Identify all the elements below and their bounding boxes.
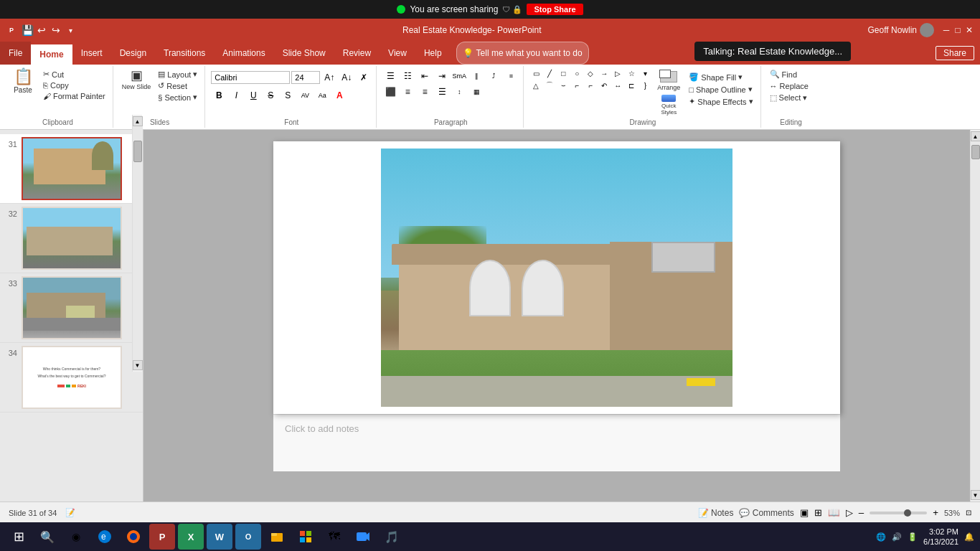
tab-transitions[interactable]: Transitions <box>155 42 214 65</box>
close-button[interactable]: ✕ <box>964 25 974 35</box>
align-text-button[interactable]: ≡ <box>503 69 519 83</box>
columns2-button[interactable]: ▦ <box>468 85 484 99</box>
zoom-taskbar-icon[interactable] <box>350 524 376 550</box>
align-left-button[interactable]: ⬛ <box>382 85 398 99</box>
tab-slideshow[interactable]: Slide Show <box>274 42 334 65</box>
notes-area[interactable]: Click to add notes <box>273 414 840 471</box>
paste-button[interactable]: 📋 Paste <box>7 67 39 104</box>
scroll-down-button[interactable]: ▼ <box>133 360 143 370</box>
main-scrollbar[interactable]: ▲ ▼ <box>970 130 980 501</box>
shape-curve2[interactable]: ⌣ <box>557 80 570 91</box>
increase-indent-button[interactable]: ⇥ <box>434 69 450 83</box>
columns-button[interactable]: ‖ <box>468 69 484 83</box>
share-button[interactable]: Share <box>936 46 974 60</box>
shape-rect[interactable]: ▭ <box>529 67 542 79</box>
notifications-icon[interactable]: 🔔 <box>964 532 974 542</box>
main-scroll-down[interactable]: ▼ <box>971 490 981 500</box>
shape-diamond[interactable]: ◇ <box>584 67 597 79</box>
undo-icon[interactable]: ↩ <box>36 24 47 36</box>
shape-misc1[interactable]: ⊏ <box>625 80 638 91</box>
shape-tri1[interactable]: △ <box>529 80 542 91</box>
presenter-view-button[interactable]: ▷ <box>846 507 853 518</box>
shape-misc2[interactable]: } <box>639 80 651 91</box>
tab-home[interactable]: Home <box>31 43 72 65</box>
quick-styles-button[interactable]: Quick Styles <box>656 93 682 116</box>
edge-icon[interactable]: e <box>92 524 118 550</box>
tab-view[interactable]: View <box>380 42 415 65</box>
text-shadow-button[interactable]: S <box>280 88 296 103</box>
tab-review[interactable]: Review <box>334 42 380 65</box>
store-taskbar-icon[interactable] <box>293 524 319 550</box>
slide-thumbnail-34[interactable]: 34 Who thinks Commercial is for them? Wh… <box>0 343 143 413</box>
font-size-select[interactable]: 24 <box>291 71 320 84</box>
shape-callout[interactable]: ▷ <box>611 67 624 79</box>
shape-curve1[interactable]: ⌒ <box>543 80 556 91</box>
find-button[interactable]: 🔍 Find <box>767 69 811 80</box>
reading-view-button[interactable]: 📖 <box>828 507 840 518</box>
shape-curved-arrow[interactable]: ↶ <box>598 80 611 91</box>
save-icon[interactable]: 💾 <box>22 24 33 36</box>
copy-button[interactable]: ⎘ Copy <box>40 80 108 90</box>
shape-fill-button[interactable]: 🪣 Shape Fill ▾ <box>686 72 755 83</box>
slide-thumbnail-32[interactable]: 32 <box>0 204 143 273</box>
increase-font-button[interactable]: A↑ <box>321 70 337 85</box>
strikethrough-button[interactable]: S <box>263 88 278 103</box>
shape-line[interactable]: ╱ <box>543 67 556 79</box>
shape-effects-button[interactable]: ✦ Shape Effects ▾ <box>686 96 755 107</box>
arrange-button[interactable]: Arrange <box>656 69 682 92</box>
taskbar-clock[interactable]: 3:02 PM 6/13/2021 <box>923 527 958 547</box>
explorer-taskbar-icon[interactable] <box>264 524 290 550</box>
task-view-icon[interactable]: ◉ <box>63 524 89 550</box>
start-button[interactable]: ⊞ <box>6 524 32 550</box>
clear-format-button[interactable]: ✗ <box>356 70 372 85</box>
shape-outline-button[interactable]: □ Shape Outline ▾ <box>686 84 755 95</box>
slide-thumbnail-33[interactable]: 33 <box>0 273 143 343</box>
slide-thumbnail-31[interactable]: 31 <box>0 134 143 204</box>
main-scroll-up[interactable]: ▲ <box>971 131 981 141</box>
word-taskbar-icon[interactable]: W <box>207 524 232 550</box>
cut-button[interactable]: ✂ Cut <box>40 69 108 80</box>
font-name-select[interactable]: Calibri <box>211 71 290 84</box>
maximize-button[interactable]: □ <box>953 25 963 35</box>
tab-animations[interactable]: Animations <box>214 42 273 65</box>
justify-button[interactable]: ☰ <box>434 85 450 99</box>
main-scroll-thumb[interactable] <box>971 145 980 159</box>
text-direction-button[interactable]: ⤴ <box>486 69 501 83</box>
tell-me-box[interactable]: 💡 Tell me what you want to do <box>456 42 589 65</box>
select-button[interactable]: ⬚ Select ▾ <box>767 93 811 103</box>
char-spacing-button[interactable]: AV <box>297 88 313 103</box>
underline-button[interactable]: U <box>245 88 261 103</box>
fit-slide-button[interactable]: ⊡ <box>966 509 971 517</box>
firefox-icon[interactable] <box>121 524 146 550</box>
line-spacing-button[interactable]: ↕ <box>451 85 467 99</box>
new-slide-button[interactable]: ▣ New Slide <box>119 67 154 100</box>
zoom-in-button[interactable]: + <box>933 507 938 518</box>
redo-icon[interactable]: ↪ <box>50 24 62 36</box>
main-scroll-track[interactable] <box>971 141 981 490</box>
format-painter-button[interactable]: 🖌 Format Painter <box>40 91 108 101</box>
align-center-button[interactable]: ≡ <box>400 85 415 99</box>
change-case-button[interactable]: Aa <box>314 88 330 103</box>
scroll-thumb[interactable] <box>133 141 142 162</box>
bullets-button[interactable]: ☰ <box>382 69 398 83</box>
numbering-button[interactable]: ☷ <box>400 69 415 83</box>
scroll-track[interactable] <box>133 130 143 360</box>
shape-square[interactable]: □ <box>557 67 570 79</box>
shape-star[interactable]: ☆ <box>625 67 638 79</box>
reset-button[interactable]: ↺ Reset <box>155 80 200 91</box>
shape-brace[interactable]: ⌐ <box>584 80 597 91</box>
comments-button[interactable]: 💬 Comments <box>739 508 793 518</box>
music-taskbar-icon[interactable]: 🎵 <box>379 524 405 550</box>
qa-dropdown[interactable]: ▾ <box>65 24 76 36</box>
shape-more[interactable]: ▾ <box>639 67 651 79</box>
layout-button[interactable]: ▤ Layout ▾ <box>155 69 200 80</box>
volume-icon[interactable]: 🔊 <box>892 532 902 542</box>
notes-button[interactable]: 📝 Notes <box>698 508 734 518</box>
stop-share-button[interactable]: Stop Share <box>527 4 583 15</box>
tab-help[interactable]: Help <box>415 42 451 65</box>
smart-art-button[interactable]: SmA <box>451 69 467 83</box>
outlook-taskbar-icon[interactable]: O <box>235 524 261 550</box>
shape-arrow[interactable]: → <box>598 67 611 79</box>
user-info[interactable]: Geoff Nowlin <box>868 23 934 37</box>
font-color-button[interactable]: A <box>331 88 347 103</box>
